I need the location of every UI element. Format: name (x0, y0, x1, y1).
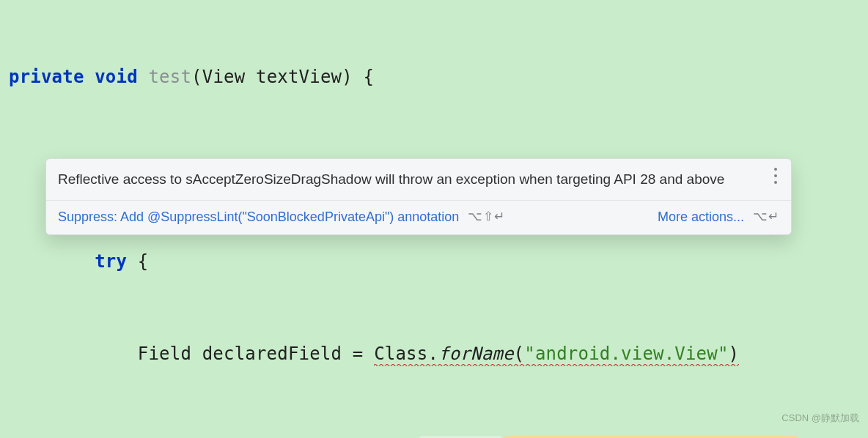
lint-tooltip: Reflective access to sAcceptZeroSizeDrag… (45, 158, 792, 235)
tooltip-actions: Suppress: Add @SuppressLint("SoonBlocked… (46, 200, 791, 234)
tooltip-message: Reflective access to sAcceptZeroSizeDrag… (46, 159, 791, 200)
more-shortcut: ⌥↵ (753, 207, 779, 227)
type-field: Field (138, 344, 191, 364)
method-forname: forName (438, 344, 514, 364)
code-line: private void test(View textView) { (9, 62, 859, 92)
var-decl: declaredField (202, 344, 342, 364)
method-name: test (148, 67, 191, 87)
param-name: textView (256, 67, 342, 87)
more-actions[interactable]: More actions... (658, 207, 744, 227)
string-literal: "android.view.View" (524, 344, 728, 364)
suppress-shortcut: ⌥⇧↵ (468, 207, 505, 227)
keyword-private: private (9, 67, 84, 87)
more-options-icon[interactable] (769, 168, 782, 184)
watermark: CSDN @静默加载 (781, 403, 859, 434)
code-line: .getDeclaredField( name: "sAcceptZeroSiz… (9, 431, 859, 438)
keyword-void: void (95, 67, 138, 87)
code-line: Field declaredField = Class.forName("and… (9, 338, 859, 369)
suppress-action[interactable]: Suppress: Add @SuppressLint("SoonBlocked… (58, 207, 459, 227)
keyword-try: try (95, 251, 127, 272)
param-type: View (202, 67, 246, 87)
code-line: try { (9, 246, 859, 277)
